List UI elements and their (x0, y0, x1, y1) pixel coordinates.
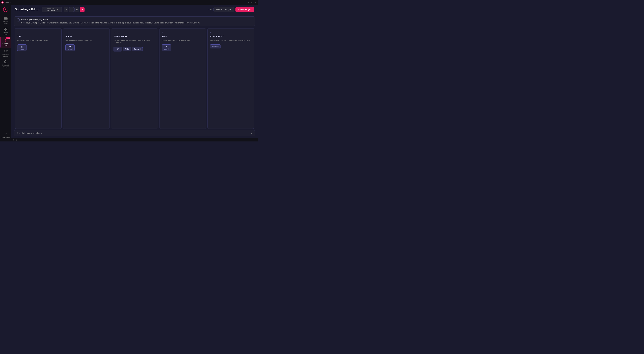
tap-hold-key-v[interactable]: V (114, 47, 122, 51)
svg-marker-16 (5, 38, 7, 41)
2tap-keys: X Control (162, 44, 204, 51)
discard-changes-button[interactable]: Discard changes (214, 7, 234, 12)
2tap-hold-card[interactable]: ↑ 2TAP & HOLD Tap twice fast and hold to… (208, 28, 254, 129)
close-button[interactable]: ✕ (254, 1, 256, 3)
main-content: Superkeys Editor #1 Superkeys No name ▾ … (12, 5, 258, 141)
svg-rect-8 (4, 18, 5, 19)
status-icon-2: ⬡ (16, 139, 17, 141)
sidebar-item-layout-editor[interactable]: LayoutEditor (0, 15, 11, 26)
hold-card[interactable]: ↑ HOLD Hold the key to trigger a second … (63, 28, 110, 129)
svg-rect-9 (5, 18, 6, 19)
tap-hold-key-control[interactable]: Control (132, 47, 143, 51)
cards-grid: ↑ TAP No secrets, tap once and activate … (14, 28, 255, 129)
superkey-name: No name (47, 9, 55, 11)
window-controls[interactable]: ─ □ ✕ (248, 1, 256, 3)
delete-superkey-button[interactable]: 🗑 (74, 7, 79, 12)
keyboard-icon (4, 16, 8, 20)
expand-arrow-icon: ∨ (251, 132, 252, 134)
tap-hold-desc: Tap once, tap again and keep holding to … (114, 39, 155, 44)
tap-desc: No secrets, tap once and activate the ke… (17, 39, 59, 42)
2tap-key-x[interactable]: X Control (162, 44, 171, 51)
expandable-label: See what you are able to do (16, 132, 42, 134)
chevron-down-icon: ▾ (57, 8, 58, 10)
toolbar-buttons: ✎ ⧉ 🗑 + (64, 7, 84, 12)
svg-point-20 (6, 133, 6, 134)
tap-card[interactable]: ↑ TAP No secrets, tap once and activate … (15, 28, 62, 129)
tap-hold-arrow-icon: ↑ (114, 31, 155, 33)
add-superkey-button[interactable]: + (80, 7, 84, 12)
sidebar-item-firmware-update[interactable]: FirmwareUpdate (0, 48, 11, 58)
svg-marker-2 (5, 8, 7, 10)
app-icon (1, 1, 4, 3)
tap-keys: C Control (17, 44, 59, 51)
2tap-hold-type-label: 2TAP & HOLD (210, 35, 252, 38)
status-icon-1: ⬡ (13, 139, 14, 141)
hold-type-label: HOLD (66, 35, 107, 38)
sidebar-item-superkeys-editor[interactable]: BETA SuperkeysEditor (0, 37, 11, 48)
svg-rect-10 (6, 18, 7, 19)
tap-arrow-icon: ↑ (17, 31, 59, 33)
sidebar-label-keyboard-manager: KeyboardManager (2, 64, 9, 68)
svg-rect-12 (4, 28, 6, 29)
superkey-number: #1 (44, 8, 46, 10)
sidebar-item-macro-editor[interactable]: MacroEditor (0, 26, 11, 37)
page-title: Superkeys Editor (15, 8, 40, 11)
sidebar-item-keyboard-manager[interactable]: KeyboardManager (0, 58, 11, 69)
svg-rect-14 (4, 29, 6, 31)
tap-type-label: TAP (17, 35, 59, 38)
2tap-hold-desc: Tap twice fast and hold to see others ke… (210, 39, 252, 42)
top-bar: Superkeys Editor #1 Superkeys No name ▾ … (12, 5, 258, 14)
copy-superkey-button[interactable]: ⧉ (69, 7, 74, 12)
sliders-icon (4, 132, 8, 136)
edit-superkey-button[interactable]: ✎ (64, 7, 68, 12)
hold-keys: V Control (66, 44, 107, 51)
svg-point-21 (5, 134, 6, 134)
svg-marker-0 (2, 2, 3, 3)
svg-rect-13 (6, 28, 7, 29)
expandable-section[interactable]: See what you are able to do ∨ (14, 130, 255, 136)
2tap-hold-arrow-icon: ↑ (210, 31, 252, 33)
sidebar-item-preferences[interactable]: Preferences (0, 131, 11, 140)
top-bar-right: 5:34 Discard changes Save changes (208, 7, 254, 12)
info-banner: i Wow! Superpowers, my friend! Superkeys… (14, 16, 255, 26)
hold-desc: Hold the key to trigger a second key. (66, 39, 107, 42)
tap-hold-key-shift[interactable]: Shift (122, 47, 131, 51)
info-text: Wow! Superpowers, my friend! Superkeys a… (21, 18, 200, 24)
info-description: Superkeys allow up to 5 different functi… (21, 22, 200, 24)
tap-hold-keys: V Shift Control (114, 47, 155, 51)
2tap-desc: Tap twice fast and trigger another key. (162, 39, 204, 42)
info-title: Wow! Superpowers, my friend! (21, 18, 200, 21)
info-icon: i (16, 18, 20, 21)
hold-arrow-icon: ↑ (66, 31, 107, 33)
tap-key-c[interactable]: C Control (17, 44, 26, 51)
save-changes-button[interactable]: Save changes (236, 7, 254, 12)
status-bar: ⬡ ⬡ (12, 138, 258, 141)
sidebar-label-superkeys-editor: SuperkeysEditor (2, 42, 9, 46)
svg-rect-5 (5, 18, 6, 18)
tap-hold-card[interactable]: ↑ TAP & HOLD Tap once, tap again and kee… (111, 28, 158, 129)
hold-key-v[interactable]: V Control (66, 44, 75, 51)
sidebar-label-firmware-update: FirmwareUpdate (2, 53, 9, 57)
title-bar: Bazecor ─ □ ✕ (0, 0, 258, 5)
sidebar-label-layout-editor: LayoutEditor (3, 21, 8, 25)
refresh-icon (4, 49, 8, 53)
superkey-info: Superkeys No name (47, 7, 55, 11)
top-bar-left: Superkeys Editor #1 Superkeys No name ▾ … (15, 7, 84, 12)
svg-rect-7 (6, 18, 7, 18)
svg-rect-15 (6, 29, 7, 31)
svg-rect-11 (4, 19, 7, 19)
beta-badge: BETA (6, 37, 10, 39)
maximize-button[interactable]: □ (251, 1, 253, 3)
2tap-hold-keys: NO KEY (210, 44, 252, 48)
timer-display: 5:34 (208, 8, 212, 10)
2tap-card[interactable]: ↑ 2TAP Tap twice fast and trigger anothe… (159, 28, 206, 129)
no-key-badge[interactable]: NO KEY (210, 44, 221, 48)
sidebar-label-preferences: Preferences (2, 137, 10, 138)
app-name: Bazecor (5, 1, 12, 3)
svg-point-22 (6, 135, 6, 135)
svg-rect-4 (4, 18, 5, 18)
minimize-button[interactable]: ─ (248, 1, 250, 3)
superkey-name-small: Superkeys (47, 7, 55, 9)
superkey-selector[interactable]: #1 Superkeys No name ▾ (42, 7, 62, 12)
2tap-arrow-icon: ↑ (162, 31, 204, 33)
